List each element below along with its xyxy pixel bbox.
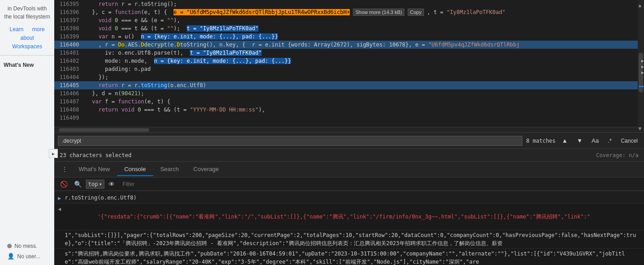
console-output-text-2: 1","subList":[]}],"pager":{"totalRows":2… [65,231,640,247]
code-line-116405: 116405 return r = r.toString(o.enc.Utf8) [54,81,644,89]
search-bar: 8 matches ▲ ▼ Aa .* Cancel [54,132,644,149]
code-line-116399: 116399 var n = u() n = {key: e.init, mod… [54,33,644,41]
tab-menu-icon[interactable]: ⋮ [58,164,71,175]
bottom-toolbar: 🚫 🔍 top ▾ 👁 [54,177,644,191]
console-output-arrow: ◀ [58,205,61,213]
code-line-116403: 116403 padding: n.pad [54,65,644,73]
console-entry-1: ▶ r.toString(o.enc.Utf8) [54,193,644,204]
expand-right-icon-2[interactable]: ▶ [641,64,644,69]
console-entry-3: ◀ 1","subList":[]}],"pager":{"totalRows"… [54,230,644,249]
search-next-button[interactable]: ▼ [574,136,585,145]
filter-button[interactable]: 🔍 [72,180,84,189]
circle-icon [7,244,12,248]
scroll-indicator [639,86,644,87]
code-line-116396: 116396 }, c = function(e, t) { e = "U6fd… [54,8,644,16]
code-line-116404: 116404 }); [54,73,644,81]
sidebar-no-mess-item[interactable]: No mess. [4,241,51,251]
search-prev-button[interactable]: ▲ [559,136,570,145]
search-case-sensitive-button[interactable]: Aa [589,136,602,145]
top-dropdown[interactable]: top ▾ [86,180,104,189]
vertical-scrollbar[interactable]: ▲ ▼ ▶ ▶ ▶ [638,0,644,132]
search-input[interactable] [58,136,522,146]
code-line-116398: 116398 void 0 === t && (t = ""); t = "Iy… [54,24,644,33]
console-entry-2: ◀ '{"resdata":{"crumb":[{"name":"看准网","l… [54,204,644,230]
sidebar-no-user-item[interactable]: 👤 No user... [4,251,51,261]
code-line-116395: 116395 return r = r.toString(); [54,0,644,8]
code-line-116400: 116400 , r = Do.AES.Ddecrypt(e.DtoString… [54,41,644,49]
sidebar-toggle-button[interactable]: ▶ [49,149,58,158]
scroll-up-button[interactable]: ▲ [636,2,644,9]
tab-console[interactable]: Console [117,163,153,176]
code-editor: 116395 return r = r.toString(); 116396 }… [54,0,644,132]
eye-button[interactable]: 👁 [106,180,117,189]
code-line-116409: 116409 [54,114,644,122]
code-line-116408: 116408 return void 0 === t && (t = "YYYY… [54,106,644,114]
code-line-116407: 116407 var f = function(e, t) { [54,98,644,106]
sidebar: in DevTools with the local filesystem Le… [0,0,54,265]
sidebar-divider [0,55,54,56]
search-regex-button[interactable]: .* [605,136,615,145]
horizontal-scrollbar[interactable] [54,127,644,132]
tab-search[interactable]: Search [153,163,186,176]
show-more-button[interactable]: Show more (14.3 kB) [353,9,404,16]
person-icon: 👤 [7,253,14,260]
sidebar-bottom: No mess. 👤 No user... [0,237,54,265]
sidebar-whats-new[interactable]: What's New [0,59,54,71]
console-output-text-1: '{"resdata":{"crumb":[{"name":"看准网","lin… [65,205,640,229]
code-line-116401: 116401 iv: o.enc.Utf8.parse(t), t = "Iy8… [54,49,644,57]
expand-right-icon-3[interactable]: ▶ [641,70,644,74]
coverage-status: Coverage: n/a [596,152,639,158]
no-mess-label: No mess. [14,243,38,249]
code-line-116406: 116406 }, d = n(90421); [54,89,644,98]
sidebar-learn-link[interactable]: Learn [6,25,27,33]
search-matches: 8 matches [526,138,555,144]
sidebar-more-link[interactable]: more [28,25,48,33]
code-line-116397: 116397 void 0 === e && (e = ""), [54,16,644,24]
bottom-tabs: ⋮ What's New Console Search Coverage [54,162,644,177]
tab-coverage[interactable]: Coverage [186,163,226,176]
code-line-116402: 116402 mode: n.mode, n = {key: e.init, m… [54,57,644,65]
console-input-text: r.toString(o.enc.Utf8) [65,194,640,202]
search-cancel-button[interactable]: Cancel [618,137,640,145]
devtools-panel: 116395 return r = r.toString(); 116396 }… [54,0,644,265]
console-output: ▶ r.toString(o.enc.Utf8) ◀ '{"resdata":{… [54,191,644,265]
console-entry-4: ◀ s":"腾讯招聘,腾讯岗位要求,腾讯求职,腾讯找工作","pubDate":… [54,249,644,265]
horizontal-scrollbar-thumb[interactable] [59,128,149,132]
clear-console-button[interactable]: 🚫 [58,180,70,189]
scroll-down-button[interactable]: ▼ [636,125,644,132]
expand-right-icon[interactable]: ▶ [641,58,644,63]
chevron-down-icon: ▾ [99,181,102,187]
bottom-panel: ⋮ What's New Console Search Coverage 🚫 🔍… [54,161,644,265]
status-bar: 23 characters selected Coverage: n/a [54,149,644,161]
filter-input[interactable] [119,181,640,187]
console-output-text-3: s":"腾讯招聘,腾讯岗位要求,腾讯求职,腾讯找工作","pubDate":"2… [65,250,640,265]
sidebar-about-link[interactable]: about [17,34,38,42]
sidebar-workspaces-link[interactable]: Workspaces [9,42,46,51]
no-user-label: No user... [17,253,40,260]
copy-button[interactable]: Copy [408,9,424,16]
console-input-arrow: ▶ [58,194,61,202]
code-lines: 116395 return r = r.toString(); 116396 }… [54,0,644,127]
sidebar-description: in DevTools with the local filesystem [0,0,54,25]
selected-chars-status: 23 characters selected [60,152,132,158]
tab-whats-new[interactable]: What's New [71,163,117,176]
